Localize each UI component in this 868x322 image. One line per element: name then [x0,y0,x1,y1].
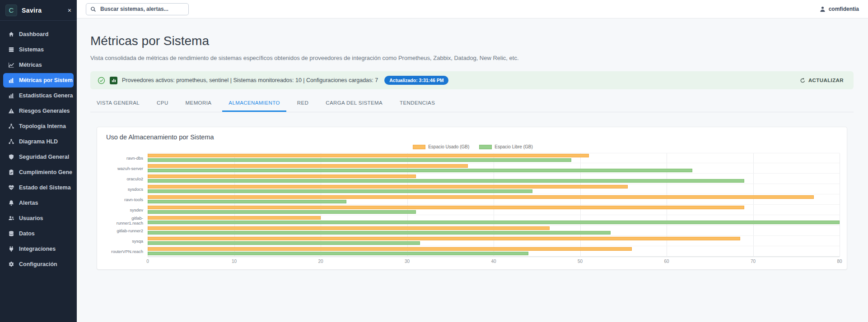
legend-label: Espacio Libre (GB) [495,144,532,149]
bar-espacio-libre-gb[interactable] [148,189,532,193]
refresh-button[interactable]: ACTUALIZAR [797,77,846,84]
network-icon [8,123,14,129]
bar-espacio-libre-gb[interactable] [148,158,571,162]
sidebar-item-label: Sistemas [19,46,44,53]
shield-icon [8,154,14,160]
chart-row-oraculo2: oraculo2 [106,174,840,184]
sidebar-item-metricas[interactable]: Métricas [3,58,74,72]
chart-row-ravn-dbs: ravn-dbs [106,153,840,163]
tab-almacenamiento[interactable]: ALMACENAMIENTO [222,96,286,112]
bar-espacio-libre-gb[interactable] [148,210,416,214]
refresh-icon [800,78,806,83]
category-label: sysdev [106,207,148,212]
bar-espacio-usado-gb[interactable] [148,164,468,168]
category-label: routerVPN.reach [106,249,148,254]
sidebar-item-alertas[interactable]: Alertas [3,196,74,210]
category-label: oraculo2 [106,176,148,181]
server-icon [8,46,14,53]
bar-espacio-libre-gb[interactable] [148,231,611,235]
sidebar-header: C Savira × [0,0,77,21]
tab-vista-general[interactable]: VISTA GENERAL [90,96,146,112]
bar-group [148,163,840,174]
chart-row-sysdev: sysdev [106,205,840,215]
sidebar-item-riesgos-generales[interactable]: Riesgos Generales [3,104,74,118]
sidebar-close-icon[interactable]: × [68,7,71,14]
content: Métricas por Sistema Vista consolidada d… [77,18,868,322]
search-input[interactable] [99,5,184,13]
sidebar-item-seguridad-general[interactable]: Seguridad General [3,150,74,164]
bar-espacio-usado-gb[interactable] [148,216,321,220]
bar-espacio-libre-gb[interactable] [148,221,840,224]
bar-espacio-libre-gb[interactable] [148,252,528,255]
sidebar-item-estadisticas-genera[interactable]: Estadísticas Genera [3,88,74,103]
tab-cpu[interactable]: CPU [150,96,174,112]
bar-group [148,246,840,257]
category-label: ravn-dbs [106,156,148,161]
sidebar-item-integraciones[interactable]: Integraciones [3,242,74,256]
sidebar-item-configuracion[interactable]: Configuración [3,257,74,271]
legend-item-espacio-libre-gb[interactable]: Espacio Libre (GB) [479,144,532,149]
legend-item-espacio-usado-gb[interactable]: Espacio Usado (GB) [413,144,469,149]
sidebar-item-label: Alertas [19,200,38,206]
sidebar-item-dashboard[interactable]: Dashboard [3,27,74,41]
bar-espacio-libre-gb[interactable] [148,179,744,183]
refresh-label: ACTUALIZAR [808,78,844,83]
chart-row-routervpn-reach: routerVPN.reach [106,246,840,257]
search-icon [90,6,96,12]
sidebar-item-usuarios[interactable]: Usuarios [3,211,74,225]
category-label: gitlab-runner1.reach [106,216,148,225]
bar-espacio-usado-gb[interactable] [148,185,628,189]
sidebar-item-label: Cumplimiento Gene [19,169,72,175]
bar-espacio-libre-gb[interactable] [148,200,346,203]
heart-pulse-icon [8,184,14,191]
user-menu[interactable]: comfidentia [819,6,859,13]
chart-rows: ravn-dbswazuh-serveroraculo2sysdocsravn-… [106,153,840,257]
sidebar-item-label: Riesgos Generales [19,108,70,114]
search-box[interactable] [86,3,189,15]
providers-chart-icon [110,77,117,84]
x-tick-label: 30 [405,259,410,264]
x-tick-label: 20 [318,259,323,264]
sidebar-item-label: Dashboard [19,31,48,37]
sidebar-item-label: Seguridad General [19,154,69,160]
sidebar-item-label: Diagrama HLD [19,138,58,145]
bar-espacio-usado-gb[interactable] [148,175,416,178]
page-subtitle: Vista consolidada de métricas de rendimi… [90,55,854,61]
chart-legend: Espacio Usado (GB)Espacio Libre (GB) [106,144,840,149]
sidebar-item-label: Datos [19,230,35,237]
bar-group [148,236,840,246]
tab-memoria[interactable]: MEMORIA [179,96,218,112]
tab-red[interactable]: RED [291,96,315,112]
bar-espacio-usado-gb[interactable] [148,226,550,230]
x-tick-label: 40 [491,259,496,264]
chart-row-wazuh-server: wazuh-server [106,163,840,174]
status-text: Proveedores activos: prometheus, sentine… [122,77,378,83]
x-tick-label: 80 [837,259,842,264]
bar-espacio-usado-gb[interactable] [148,237,740,240]
tab-tendencias[interactable]: TENDENCIAS [393,96,441,112]
sidebar-item-metricas-por-sistem[interactable]: Métricas por Sistem [3,73,74,87]
sidebar-item-estado-del-sistema[interactable]: Estado del Sistema [3,180,74,195]
database-icon [8,230,14,237]
sidebar-item-label: Usuarios [19,215,43,221]
bar-espacio-usado-gb[interactable] [148,154,589,157]
bar-espacio-usado-gb[interactable] [148,247,632,251]
sidebar-item-sistemas[interactable]: Sistemas [3,42,74,57]
tab-carga-del-sistema[interactable]: CARGA DEL SISTEMA [319,96,389,112]
bar-espacio-libre-gb[interactable] [148,241,420,245]
user-name: comfidentia [829,6,859,12]
sidebar-item-diagrama-hld[interactable]: Diagrama HLD [3,134,74,149]
sidebar-item-cumplimiento-gene[interactable]: Cumplimiento Gene [3,165,74,179]
sidebar-item-topologia-interna[interactable]: Topología Interna [3,119,74,133]
bar-espacio-libre-gb[interactable] [148,169,692,172]
warning-icon [8,108,14,114]
chart-area: ravn-dbswazuh-serveroraculo2sysdocsravn-… [106,153,840,265]
category-label: sysdocs [106,187,148,192]
user-icon [819,6,826,13]
category-label: gitlab-runner2 [106,228,148,233]
sidebar-item-datos[interactable]: Datos [3,226,74,241]
x-tick-label: 60 [664,259,669,264]
bar-espacio-usado-gb[interactable] [148,195,814,199]
bar-espacio-usado-gb[interactable] [148,206,744,209]
chart-row-sysdocs: sysdocs [106,184,840,194]
